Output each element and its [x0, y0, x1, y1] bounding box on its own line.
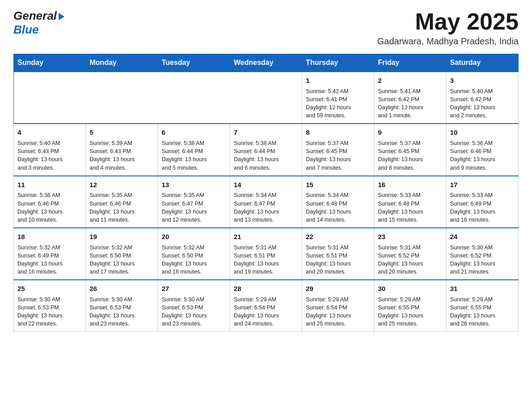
- weekday-header-row: SundayMondayTuesdayWednesdayThursdayFrid…: [14, 54, 519, 72]
- location-title: Gadarwara, Madhya Pradesh, India: [377, 36, 519, 47]
- calendar-day-17: 17Sunrise: 5:33 AM Sunset: 6:49 PM Dayli…: [446, 176, 519, 228]
- calendar-day-19: 19Sunrise: 5:32 AM Sunset: 6:50 PM Dayli…: [86, 228, 158, 280]
- day-number: 20: [162, 232, 226, 242]
- calendar-day-21: 21Sunrise: 5:31 AM Sunset: 6:51 PM Dayli…: [230, 228, 302, 280]
- day-number: 16: [378, 180, 442, 190]
- calendar-day-20: 20Sunrise: 5:32 AM Sunset: 6:50 PM Dayli…: [158, 228, 230, 280]
- day-info: Sunrise: 5:30 AM Sunset: 6:53 PM Dayligh…: [17, 295, 82, 328]
- day-number: 22: [306, 232, 370, 242]
- calendar-day-25: 25Sunrise: 5:30 AM Sunset: 6:53 PM Dayli…: [14, 280, 86, 332]
- calendar-day-13: 13Sunrise: 5:35 AM Sunset: 6:47 PM Dayli…: [158, 176, 230, 228]
- calendar-week-row: 4Sunrise: 5:40 AM Sunset: 6:43 PM Daylig…: [14, 124, 519, 176]
- day-info: Sunrise: 5:29 AM Sunset: 6:55 PM Dayligh…: [450, 295, 515, 328]
- day-info: Sunrise: 5:37 AM Sunset: 6:45 PM Dayligh…: [378, 139, 442, 172]
- day-info: Sunrise: 5:29 AM Sunset: 6:54 PM Dayligh…: [234, 295, 298, 328]
- day-number: 14: [234, 180, 298, 190]
- day-info: Sunrise: 5:35 AM Sunset: 6:46 PM Dayligh…: [90, 191, 154, 224]
- day-number: 28: [234, 284, 298, 294]
- calendar-day-7: 7Sunrise: 5:38 AM Sunset: 6:44 PM Daylig…: [230, 124, 302, 176]
- month-title: May 2025: [377, 9, 519, 34]
- day-info: Sunrise: 5:30 AM Sunset: 6:53 PM Dayligh…: [162, 295, 226, 328]
- weekday-header-sunday: Sunday: [14, 54, 86, 72]
- weekday-header-tuesday: Tuesday: [158, 54, 230, 72]
- calendar-week-row: 1Sunrise: 5:42 AM Sunset: 6:41 PM Daylig…: [14, 72, 519, 124]
- day-number: 26: [90, 284, 154, 294]
- calendar-day-5: 5Sunrise: 5:39 AM Sunset: 6:43 PM Daylig…: [86, 124, 158, 176]
- weekday-header-thursday: Thursday: [302, 54, 374, 72]
- day-number: 27: [162, 284, 226, 294]
- calendar-day-6: 6Sunrise: 5:38 AM Sunset: 6:44 PM Daylig…: [158, 124, 230, 176]
- day-number: 23: [378, 232, 442, 242]
- calendar-day-12: 12Sunrise: 5:35 AM Sunset: 6:46 PM Dayli…: [86, 176, 158, 228]
- calendar-empty-cell: [86, 72, 158, 124]
- calendar-day-10: 10Sunrise: 5:36 AM Sunset: 6:46 PM Dayli…: [446, 124, 519, 176]
- calendar-day-30: 30Sunrise: 5:29 AM Sunset: 6:55 PM Dayli…: [374, 280, 446, 332]
- day-number: 2: [378, 76, 442, 86]
- day-info: Sunrise: 5:29 AM Sunset: 6:54 PM Dayligh…: [306, 295, 370, 328]
- calendar-day-26: 26Sunrise: 5:30 AM Sunset: 6:53 PM Dayli…: [86, 280, 158, 332]
- calendar-day-29: 29Sunrise: 5:29 AM Sunset: 6:54 PM Dayli…: [302, 280, 374, 332]
- title-area: May 2025 Gadarwara, Madhya Pradesh, Indi…: [377, 9, 519, 47]
- day-info: Sunrise: 5:36 AM Sunset: 6:46 PM Dayligh…: [17, 191, 82, 224]
- calendar-week-row: 18Sunrise: 5:32 AM Sunset: 6:49 PM Dayli…: [14, 228, 519, 280]
- day-number: 10: [450, 128, 515, 137]
- calendar-day-2: 2Sunrise: 5:41 AM Sunset: 6:42 PM Daylig…: [374, 72, 446, 124]
- calendar-day-8: 8Sunrise: 5:37 AM Sunset: 6:45 PM Daylig…: [302, 124, 374, 176]
- day-number: 19: [90, 232, 154, 242]
- calendar-day-15: 15Sunrise: 5:34 AM Sunset: 6:48 PM Dayli…: [302, 176, 374, 228]
- day-info: Sunrise: 5:42 AM Sunset: 6:41 PM Dayligh…: [306, 87, 370, 120]
- day-number: 6: [162, 128, 226, 137]
- day-info: Sunrise: 5:32 AM Sunset: 6:49 PM Dayligh…: [17, 244, 82, 276]
- calendar-day-27: 27Sunrise: 5:30 AM Sunset: 6:53 PM Dayli…: [158, 280, 230, 332]
- calendar-day-23: 23Sunrise: 5:31 AM Sunset: 6:52 PM Dayli…: [374, 228, 446, 280]
- calendar-day-16: 16Sunrise: 5:33 AM Sunset: 6:48 PM Dayli…: [374, 176, 446, 228]
- day-info: Sunrise: 5:30 AM Sunset: 6:52 PM Dayligh…: [450, 244, 515, 276]
- calendar-day-4: 4Sunrise: 5:40 AM Sunset: 6:43 PM Daylig…: [14, 124, 86, 176]
- logo: General Blue: [13, 9, 64, 37]
- calendar-day-24: 24Sunrise: 5:30 AM Sunset: 6:52 PM Dayli…: [446, 228, 519, 280]
- calendar-day-3: 3Sunrise: 5:40 AM Sunset: 6:42 PM Daylig…: [446, 72, 519, 124]
- calendar-table: SundayMondayTuesdayWednesdayThursdayFrid…: [13, 54, 519, 332]
- weekday-header-saturday: Saturday: [446, 54, 519, 72]
- calendar-day-31: 31Sunrise: 5:29 AM Sunset: 6:55 PM Dayli…: [446, 280, 519, 332]
- day-info: Sunrise: 5:34 AM Sunset: 6:47 PM Dayligh…: [234, 191, 298, 224]
- day-info: Sunrise: 5:35 AM Sunset: 6:47 PM Dayligh…: [162, 191, 226, 224]
- day-info: Sunrise: 5:31 AM Sunset: 6:51 PM Dayligh…: [306, 244, 370, 276]
- logo-triangle-icon: [59, 13, 64, 20]
- day-info: Sunrise: 5:38 AM Sunset: 6:44 PM Dayligh…: [234, 139, 298, 172]
- day-info: Sunrise: 5:38 AM Sunset: 6:44 PM Dayligh…: [162, 139, 226, 172]
- day-info: Sunrise: 5:41 AM Sunset: 6:42 PM Dayligh…: [378, 87, 442, 120]
- header: General Blue May 2025 Gadarwara, Madhya …: [13, 9, 519, 47]
- day-number: 7: [234, 128, 298, 137]
- day-info: Sunrise: 5:31 AM Sunset: 6:52 PM Dayligh…: [378, 244, 442, 276]
- day-info: Sunrise: 5:39 AM Sunset: 6:43 PM Dayligh…: [90, 139, 154, 172]
- day-info: Sunrise: 5:33 AM Sunset: 6:48 PM Dayligh…: [378, 191, 442, 224]
- calendar-week-row: 11Sunrise: 5:36 AM Sunset: 6:46 PM Dayli…: [14, 176, 519, 228]
- day-number: 21: [234, 232, 298, 242]
- calendar-empty-cell: [230, 72, 302, 124]
- calendar-day-18: 18Sunrise: 5:32 AM Sunset: 6:49 PM Dayli…: [14, 228, 86, 280]
- day-number: 11: [17, 180, 82, 190]
- weekday-header-wednesday: Wednesday: [230, 54, 302, 72]
- day-info: Sunrise: 5:40 AM Sunset: 6:43 PM Dayligh…: [17, 139, 82, 172]
- day-number: 12: [90, 180, 154, 190]
- day-number: 25: [17, 284, 82, 294]
- day-number: 29: [306, 284, 370, 294]
- day-info: Sunrise: 5:40 AM Sunset: 6:42 PM Dayligh…: [450, 87, 515, 120]
- day-info: Sunrise: 5:32 AM Sunset: 6:50 PM Dayligh…: [90, 244, 154, 276]
- day-number: 15: [306, 180, 370, 190]
- calendar-week-row: 25Sunrise: 5:30 AM Sunset: 6:53 PM Dayli…: [14, 280, 519, 332]
- day-number: 31: [450, 284, 515, 294]
- day-number: 3: [450, 76, 515, 86]
- day-info: Sunrise: 5:32 AM Sunset: 6:50 PM Dayligh…: [162, 244, 226, 276]
- day-number: 30: [378, 284, 442, 294]
- calendar-day-9: 9Sunrise: 5:37 AM Sunset: 6:45 PM Daylig…: [374, 124, 446, 176]
- day-number: 1: [306, 76, 370, 86]
- day-info: Sunrise: 5:29 AM Sunset: 6:55 PM Dayligh…: [378, 295, 442, 328]
- day-number: 8: [306, 128, 370, 137]
- calendar-day-1: 1Sunrise: 5:42 AM Sunset: 6:41 PM Daylig…: [302, 72, 374, 124]
- day-number: 18: [17, 232, 82, 242]
- day-number: 5: [90, 128, 154, 137]
- day-number: 24: [450, 232, 515, 242]
- day-info: Sunrise: 5:31 AM Sunset: 6:51 PM Dayligh…: [234, 244, 298, 276]
